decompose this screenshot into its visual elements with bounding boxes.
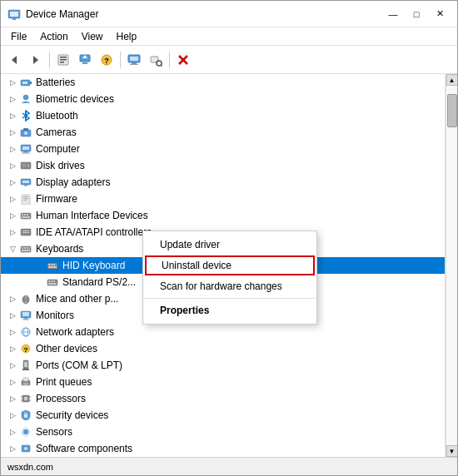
svg-rect-37 <box>22 153 30 154</box>
monitors-label: Monitors <box>36 310 74 321</box>
svg-rect-56 <box>22 232 29 233</box>
expand-mice[interactable]: ▷ <box>6 292 19 305</box>
svg-rect-64 <box>48 264 50 265</box>
menu-file[interactable]: File <box>4 29 33 44</box>
device-tree[interactable]: ▷ Batteries ▷ Biometric devices ▷ Blueto… <box>1 74 446 457</box>
expand-biometric[interactable]: ▷ <box>6 92 19 106</box>
tree-item-other-devices[interactable]: ▷ ? Other devices <box>1 340 445 357</box>
expand-disk-drives[interactable]: ▷ <box>6 159 19 172</box>
svg-rect-62 <box>22 250 30 251</box>
properties-button[interactable] <box>53 50 73 70</box>
svg-rect-69 <box>48 280 50 282</box>
tree-item-batteries[interactable]: ▷ Batteries <box>1 74 445 91</box>
forward-button[interactable] <box>26 50 46 70</box>
tree-item-processors[interactable]: ▷ Processors <box>1 390 445 407</box>
context-scan-hardware[interactable]: Scan for hardware changes <box>143 276 316 296</box>
svg-rect-87 <box>22 369 29 370</box>
minimize-button[interactable]: — <box>382 6 404 22</box>
svg-rect-33 <box>23 128 28 131</box>
expand-computer[interactable]: ▷ <box>6 142 19 156</box>
svg-rect-79 <box>22 320 29 320</box>
scroll-down-button[interactable]: ▼ <box>446 445 458 457</box>
menu-action[interactable]: Action <box>33 29 74 44</box>
standard-ps2-label: Standard PS/2... <box>62 276 136 288</box>
tree-item-print-queues[interactable]: ▷ Print queues <box>1 374 445 390</box>
expand-security-devices[interactable]: ▷ <box>6 409 19 422</box>
svg-rect-72 <box>48 283 57 285</box>
expand-bluetooth[interactable]: ▷ <box>6 109 19 122</box>
context-menu-separator <box>143 298 316 299</box>
print-queues-icon <box>19 375 32 389</box>
tree-item-ports[interactable]: ▷ Ports (COM & LPT) <box>1 357 445 374</box>
tree-item-software-components[interactable]: ▷ Software components <box>1 440 445 457</box>
mice-label: Mice and other p... <box>36 293 118 305</box>
computer-button[interactable] <box>124 50 144 70</box>
expand-ports[interactable]: ▷ <box>6 359 19 372</box>
svg-rect-24 <box>30 82 32 84</box>
standard-ps2-icon <box>46 275 59 289</box>
expand-software-components[interactable]: ▷ <box>6 442 19 455</box>
svg-rect-44 <box>24 185 27 186</box>
hid-keyboard-label: HID Keyboard <box>62 260 125 271</box>
svg-rect-58 <box>22 247 23 249</box>
svg-rect-61 <box>29 247 30 249</box>
maximize-button[interactable]: □ <box>406 6 427 22</box>
tree-item-cameras[interactable]: ▷ Cameras <box>1 124 445 141</box>
svg-rect-70 <box>51 280 52 282</box>
vertical-scrollbar[interactable]: ▲ ▼ <box>446 74 457 457</box>
scroll-thumb[interactable] <box>447 94 457 127</box>
tree-item-sensors[interactable]: ▷ Sensors <box>1 424 445 440</box>
expand-hid[interactable]: ▷ <box>6 209 19 222</box>
bluetooth-icon <box>19 109 32 122</box>
context-properties[interactable]: Properties <box>143 300 316 320</box>
expand-keyboards[interactable]: ▽ <box>6 242 19 255</box>
svg-rect-16 <box>132 62 137 64</box>
context-update-driver[interactable]: Update driver <box>143 235 316 255</box>
svg-rect-50 <box>22 214 23 216</box>
disk-drives-label: Disk drives <box>36 160 85 171</box>
monitors-icon <box>19 309 32 322</box>
tree-item-security-devices[interactable]: ▷ Security devices <box>1 407 445 424</box>
sensors-label: Sensors <box>36 426 72 438</box>
menu-view[interactable]: View <box>75 29 110 44</box>
tree-item-bluetooth[interactable]: ▷ Bluetooth <box>1 107 445 124</box>
svg-rect-8 <box>60 62 64 63</box>
update-driver-button[interactable] <box>75 50 95 70</box>
tree-item-firmware[interactable]: ▷ Firmware <box>1 191 445 207</box>
expand-ide[interactable]: ▷ <box>6 226 19 239</box>
expand-monitors[interactable]: ▷ <box>6 309 19 322</box>
security-devices-label: Security devices <box>36 409 108 421</box>
tree-item-display-adapters[interactable]: ▷ Display adapters <box>1 174 445 191</box>
tree-item-disk-drives[interactable]: ▷ Disk drives <box>1 157 445 174</box>
expand-display-adapters[interactable]: ▷ <box>6 176 19 189</box>
svg-rect-53 <box>22 216 30 218</box>
expand-other-devices[interactable]: ▷ <box>6 342 19 355</box>
print-queues-label: Print queues <box>36 376 92 388</box>
tree-item-hid[interactable]: ▷ Human Interface Devices <box>1 207 445 224</box>
scroll-track[interactable] <box>446 86 458 445</box>
expand-network-adapters[interactable]: ▷ <box>6 325 19 339</box>
context-uninstall-device[interactable]: Uninstall device <box>145 255 315 275</box>
expand-firmware[interactable]: ▷ <box>6 192 19 206</box>
tree-item-biometric[interactable]: ▷ Biometric devices <box>1 91 445 107</box>
svg-marker-4 <box>33 56 38 64</box>
display-adapters-icon <box>19 176 32 189</box>
expand-print-queues[interactable]: ▷ <box>6 375 19 389</box>
back-button[interactable] <box>4 50 24 70</box>
expand-batteries[interactable]: ▷ <box>6 76 19 89</box>
status-text: wsxdn.com <box>7 462 53 472</box>
app-icon <box>7 7 21 21</box>
remove-button[interactable] <box>173 50 193 70</box>
scan-button[interactable] <box>146 50 166 70</box>
expand-sensors[interactable]: ▷ <box>6 425 19 439</box>
expand-cameras[interactable]: ▷ <box>6 126 19 139</box>
expand-processors[interactable]: ▷ <box>6 392 19 405</box>
help-button[interactable]: ? <box>97 50 117 70</box>
menu-help[interactable]: Help <box>110 29 144 44</box>
scroll-up-button[interactable]: ▲ <box>446 74 458 86</box>
tree-item-network-adapters[interactable]: ▷ Network adapters <box>1 324 445 340</box>
close-button[interactable]: ✕ <box>429 6 451 22</box>
svg-rect-41 <box>22 166 26 166</box>
svg-rect-17 <box>130 64 138 65</box>
tree-item-computer[interactable]: ▷ Computer <box>1 141 445 157</box>
